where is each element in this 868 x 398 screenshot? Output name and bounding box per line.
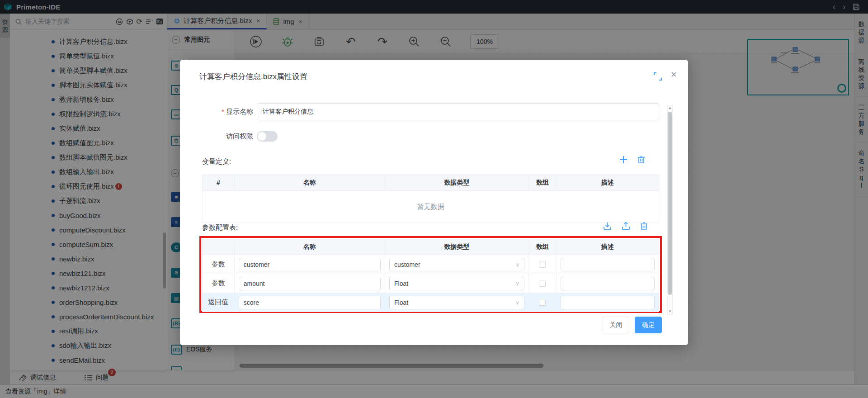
table-row: 返回值scoreFloat∨ (203, 293, 659, 312)
scroll-down-icon[interactable]: ▼ (668, 309, 672, 314)
empty-placeholder: 暂无数据 (203, 191, 659, 223)
col-header-kind (203, 239, 235, 255)
access-permission-label: 访问权限 (180, 132, 253, 141)
param-name-input[interactable]: customer (239, 258, 381, 271)
scroll-up-icon[interactable]: ▲ (668, 105, 672, 111)
export-params-icon[interactable] (622, 222, 630, 230)
chevron-down-icon: ∨ (515, 280, 519, 287)
col-header-desc: 描述 (556, 175, 659, 191)
param-section-label: 参数配置表: (202, 223, 238, 232)
param-kind: 参数 (203, 274, 235, 293)
col-header-array: 数组 (529, 175, 557, 191)
col-header-type: 数据类型 (385, 175, 528, 191)
expand-dialog-icon[interactable] (654, 72, 662, 81)
scroll-thumb[interactable] (668, 112, 672, 295)
table-row: 参数amountFloat∨ (203, 274, 659, 293)
close-button[interactable]: 关闭 (603, 317, 629, 333)
close-dialog-icon[interactable]: × (671, 69, 677, 81)
param-desc-input[interactable] (561, 258, 655, 271)
display-name-input[interactable] (257, 103, 659, 120)
add-variable-icon[interactable] (619, 156, 627, 164)
col-header-desc: 描述 (556, 239, 659, 255)
param-name-input[interactable]: amount (239, 277, 381, 290)
col-header-array: 数组 (529, 239, 557, 255)
chevron-down-icon: ∨ (515, 299, 519, 306)
param-type-select[interactable]: customer∨ (389, 258, 524, 271)
display-name-label: *显示名称 (180, 108, 253, 116)
variable-section-label: 变量定义: (202, 157, 231, 166)
table-row: 参数customercustomer∨ (203, 255, 659, 274)
required-mark: * (222, 108, 224, 115)
ok-button[interactable]: 确定 (635, 317, 662, 333)
array-checkbox[interactable] (539, 261, 546, 268)
param-name-input[interactable]: score (239, 296, 381, 309)
param-desc-input[interactable] (561, 277, 655, 290)
param-type-select[interactable]: Float∨ (389, 296, 524, 309)
param-kind: 返回值 (203, 293, 235, 312)
annotation-red-box: 名称 数据类型 数组 描述 参数customercustomer∨参数amoun… (199, 236, 662, 313)
col-header-name: 名称 (234, 239, 385, 255)
array-checkbox[interactable] (539, 299, 546, 306)
dialog-scrollbar[interactable]: ▲ ▼ (667, 105, 673, 315)
chevron-down-icon: ∨ (515, 261, 519, 268)
dialog-title: 计算客户积分信息.bizx属性设置 (199, 71, 307, 82)
param-desc-input[interactable] (561, 296, 655, 309)
access-permission-toggle[interactable] (257, 131, 278, 142)
delete-params-icon[interactable] (640, 222, 648, 230)
variable-table: # 名称 数据类型 数组 描述 暂无数据 (202, 175, 659, 223)
properties-dialog: 计算客户积分信息.bizx属性设置 × *显示名称 访问权限 变量定义: # 名… (180, 60, 688, 345)
param-type-select[interactable]: Float∨ (389, 277, 524, 290)
col-header-name: 名称 (234, 175, 385, 191)
array-checkbox[interactable] (539, 280, 546, 287)
delete-variable-icon[interactable] (637, 156, 645, 164)
import-params-icon[interactable] (603, 222, 612, 230)
col-header-index: # (203, 175, 235, 191)
col-header-type: 数据类型 (385, 239, 528, 255)
param-kind: 参数 (203, 255, 235, 274)
param-config-table: 名称 数据类型 数组 描述 参数customercustomer∨参数amoun… (202, 239, 659, 312)
